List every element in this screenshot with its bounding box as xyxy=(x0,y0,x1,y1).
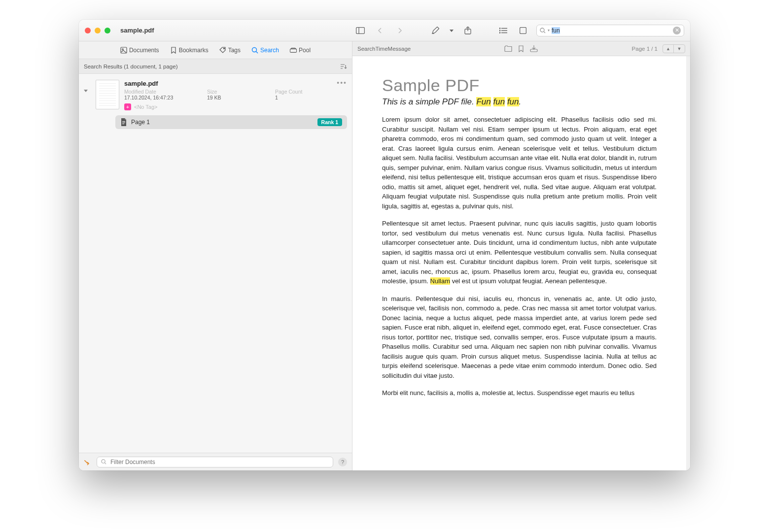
search-results-summary: Search Results (1 document, 1 page) xyxy=(84,64,178,69)
window-controls xyxy=(85,28,110,33)
pagecount-value: 1 xyxy=(275,95,334,100)
svg-rect-0 xyxy=(356,27,365,33)
list-view-button[interactable] xyxy=(497,24,510,37)
download-button[interactable] xyxy=(530,45,538,53)
pdf-body: Lorem ipsum dolor sit amet, consectetuer… xyxy=(382,115,657,398)
close-window-button[interactable] xyxy=(85,28,91,33)
annotate-button[interactable] xyxy=(429,24,442,37)
page-down-button[interactable]: ▼ xyxy=(674,45,685,53)
document-more-button[interactable]: ••• xyxy=(337,79,347,87)
svg-point-11 xyxy=(499,32,500,33)
expand-toggle[interactable] xyxy=(84,80,91,93)
size-value: 19 KB xyxy=(207,95,271,100)
sidebar: Documents Bookmarks Tags Search Pool xyxy=(79,41,352,470)
page-nav: ▲ ▼ xyxy=(663,44,685,53)
pagecount-label: Page Count xyxy=(275,89,334,95)
document-thumbnail xyxy=(96,80,119,109)
svg-point-9 xyxy=(499,28,500,29)
svg-rect-26 xyxy=(122,123,125,123)
svg-rect-20 xyxy=(290,49,296,52)
paragraph: Lorem ipsum dolor sit amet, consectetuer… xyxy=(382,115,657,211)
tab-pool[interactable]: Pool xyxy=(288,45,313,55)
result-document[interactable]: sample.pdf Modified Date Size Page Count… xyxy=(79,74,352,115)
svg-line-29 xyxy=(105,463,106,464)
match-highlight: fun xyxy=(493,97,505,106)
bookmark-page-button[interactable] xyxy=(517,45,525,53)
expand-all-button[interactable] xyxy=(84,459,92,466)
help-button[interactable]: ? xyxy=(338,458,347,466)
search-clear-button[interactable]: ✕ xyxy=(673,27,681,34)
svg-marker-24 xyxy=(84,90,88,92)
search-dropdown-icon[interactable]: ▾ xyxy=(548,28,550,33)
reveal-in-finder-button[interactable] xyxy=(504,45,512,53)
page-up-button[interactable]: ▲ xyxy=(663,45,674,53)
filter-documents-input[interactable] xyxy=(109,458,329,466)
sidebar-footer: ? xyxy=(79,453,352,470)
svg-rect-12 xyxy=(520,27,526,33)
app-window: sample.pdf xyxy=(79,20,690,470)
search-results-header: Search Results (1 document, 1 page) xyxy=(79,59,352,74)
tab-search[interactable]: Search xyxy=(249,45,281,55)
document-name: sample.pdf xyxy=(124,80,347,87)
svg-point-16 xyxy=(122,48,123,49)
search-results-list: sample.pdf Modified Date Size Page Count… xyxy=(79,74,352,453)
svg-rect-27 xyxy=(122,124,124,124)
filter-search-icon xyxy=(101,459,106,465)
search-time-message: SearchTimeMessage xyxy=(357,46,411,52)
filter-documents-field[interactable] xyxy=(97,457,333,467)
page-indicator: Page 1 / 1 xyxy=(632,46,658,52)
nav-back-button[interactable] xyxy=(374,24,386,37)
rank-badge: Rank 1 xyxy=(317,118,342,126)
svg-marker-3 xyxy=(450,30,454,32)
search-field[interactable]: ▾ fun ✕ xyxy=(536,25,684,36)
minimize-window-button[interactable] xyxy=(95,28,101,33)
sort-button[interactable] xyxy=(340,64,347,69)
result-page-row[interactable]: Page 1 Rank 1 xyxy=(115,115,347,129)
pdf-subtitle: This is a simple PDF file. Fun fun fun. xyxy=(382,97,657,107)
size-label: Size xyxy=(207,89,271,95)
window-title: sample.pdf xyxy=(120,27,154,34)
svg-line-19 xyxy=(256,51,258,53)
match-highlight: Fun xyxy=(476,97,490,106)
match-highlight: fun xyxy=(507,97,519,106)
pdf-title: Sample PDF xyxy=(382,76,657,95)
modified-label: Modified Date xyxy=(124,89,203,95)
add-tag-button[interactable]: + xyxy=(124,103,131,110)
tab-bookmarks[interactable]: Bookmarks xyxy=(168,45,210,55)
svg-line-14 xyxy=(544,32,545,33)
svg-point-17 xyxy=(223,48,224,49)
page-label: Page 1 xyxy=(131,119,150,126)
svg-rect-25 xyxy=(122,121,125,122)
titlebar: sample.pdf xyxy=(79,20,690,41)
toggle-sidebar-button[interactable] xyxy=(354,24,367,37)
tab-documents[interactable]: Documents xyxy=(118,45,161,55)
document-toolbar: SearchTimeMessage Page 1 / 1 ▲ ▼ xyxy=(352,41,690,56)
fullscreen-window-button[interactable] xyxy=(105,28,110,33)
paragraph: Pellentesque sit amet lectus. Praesent p… xyxy=(382,219,657,286)
annotate-dropdown[interactable] xyxy=(449,24,454,37)
page-view-button[interactable] xyxy=(517,24,529,37)
svg-point-13 xyxy=(540,28,544,32)
document-viewport[interactable]: Sample PDF This is a simple PDF file. Fu… xyxy=(352,56,690,470)
search-icon xyxy=(540,28,546,33)
match-highlight: Nullam xyxy=(430,277,450,285)
svg-point-28 xyxy=(102,460,105,463)
paragraph: Morbi elit nunc, facilisis a, mollis a, … xyxy=(382,388,657,398)
svg-point-10 xyxy=(499,30,500,31)
nav-forward-button[interactable] xyxy=(393,24,406,37)
no-tag-label: <No Tag> xyxy=(134,104,158,110)
document-pane: SearchTimeMessage Page 1 / 1 ▲ ▼ xyxy=(352,41,690,470)
page-icon xyxy=(120,118,127,126)
modified-value: 17.10.2024, 16:47:23 xyxy=(124,95,203,100)
sidebar-tabs: Documents Bookmarks Tags Search Pool xyxy=(79,41,352,59)
svg-point-18 xyxy=(252,47,257,52)
paragraph: In mauris. Pellentesque dui nisi, iaculi… xyxy=(382,294,657,381)
search-text: fun xyxy=(552,27,560,34)
share-button[interactable] xyxy=(461,24,474,37)
tab-tags[interactable]: Tags xyxy=(217,45,243,55)
